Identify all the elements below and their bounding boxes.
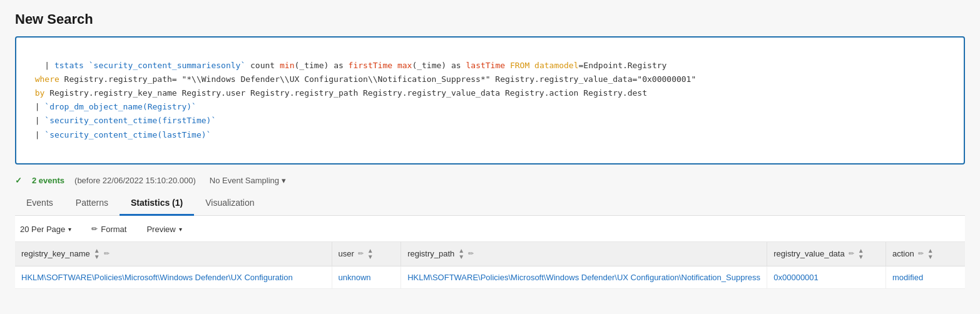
cmd-tstats: tstats bbox=[54, 61, 84, 70]
as-kw2: as bbox=[451, 61, 466, 70]
per-page-chevron: ▾ bbox=[68, 226, 71, 233]
datamodel-kw: datamodel bbox=[534, 61, 578, 70]
space1 bbox=[392, 61, 397, 70]
link-user[interactable]: unknown bbox=[339, 273, 371, 282]
per-page-label: 20 Per Page bbox=[20, 225, 65, 234]
page-title: New Search bbox=[15, 11, 965, 28]
col-header-registry-path: registry_path ▲▼ ✏ bbox=[401, 242, 767, 266]
func-max: max bbox=[397, 61, 412, 70]
count-kw: count bbox=[245, 61, 280, 70]
tab-patterns[interactable]: Patterns bbox=[64, 193, 120, 216]
datamodel-val: =Endpoint.Registry bbox=[579, 61, 667, 70]
sort-icon-registry-value-data[interactable]: ▲▼ bbox=[858, 248, 864, 260]
edit-icon-registry-path[interactable]: ✏ bbox=[468, 250, 474, 258]
tab-statistics[interactable]: Statistics (1) bbox=[120, 193, 194, 216]
by-kw: by bbox=[25, 88, 44, 98]
sampling-button[interactable]: No Event Sampling ▾ bbox=[206, 175, 290, 186]
func-min: min bbox=[280, 61, 294, 70]
format-label: Format bbox=[101, 225, 126, 234]
edit-icon-action[interactable]: ✏ bbox=[918, 250, 924, 258]
cell-registry-path: HKLM\SOFTWARE\Policies\Microsoft\Windows… bbox=[401, 266, 767, 288]
bt-ctime1: `security_content_ctime(firstTime)` bbox=[44, 116, 216, 125]
preview-chevron: ▾ bbox=[179, 226, 182, 233]
event-count: 2 events bbox=[32, 176, 64, 185]
time-range: (before 22/06/2022 15:10:20.000) bbox=[74, 176, 196, 185]
check-icon: ✓ bbox=[15, 176, 22, 185]
min-arg: (_time) bbox=[295, 61, 334, 70]
sort-icon-registry-key-name[interactable]: ▲▼ bbox=[94, 248, 100, 260]
pipe-4: | bbox=[25, 130, 44, 139]
edit-icon-user[interactable]: ✏ bbox=[358, 250, 364, 258]
cell-action: modified bbox=[886, 266, 965, 288]
per-page-button[interactable]: 20 Per Page ▾ bbox=[15, 222, 76, 236]
pipe-2: | bbox=[25, 102, 44, 111]
sort-icon-user[interactable]: ▲▼ bbox=[367, 248, 374, 260]
sort-icon-registry-path[interactable]: ▲▼ bbox=[458, 248, 464, 260]
toolbar: 20 Per Page ▾ ✏ Format Preview ▾ bbox=[15, 216, 965, 242]
by-fields: Registry.registry_key_name Registry.user… bbox=[44, 88, 647, 98]
link-registry-key-name[interactable]: HKLM\SOFTWARE\Policies\Microsoft\Windows… bbox=[21, 273, 293, 282]
page-container: New Search | tstats `security_content_su… bbox=[0, 0, 980, 314]
col-label-action: action bbox=[892, 249, 914, 258]
tab-visualization[interactable]: Visualization bbox=[194, 193, 265, 216]
pencil-icon: ✏ bbox=[91, 225, 98, 233]
tab-events[interactable]: Events bbox=[15, 193, 64, 216]
col-header-action: action ✏ ▲▼ bbox=[886, 242, 965, 266]
results-bar: ✓ 2 events (before 22/06/2022 15:10:20.0… bbox=[15, 171, 965, 193]
as-kw1: as bbox=[334, 61, 348, 70]
link-registry-path[interactable]: HKLM\SOFTWARE\Policies\Microsoft\Windows… bbox=[407, 273, 760, 282]
col-header-registry-value-data: registry_value_data ✏ ▲▼ bbox=[767, 242, 886, 266]
col-header-user: user ✏ ▲▼ bbox=[332, 242, 401, 266]
table-body: HKLM\SOFTWARE\Policies\Microsoft\Windows… bbox=[15, 266, 965, 288]
space2 bbox=[505, 61, 510, 70]
bt-ctime2: `security_content_ctime(lastTime)` bbox=[44, 130, 211, 139]
table-row: HKLM\SOFTWARE\Policies\Microsoft\Windows… bbox=[15, 266, 965, 288]
link-action[interactable]: modified bbox=[892, 273, 923, 282]
table-header-row: registry_key_name ▲▼ ✏ user ✏ ▲▼ bbox=[15, 242, 965, 266]
sampling-label: No Event Sampling bbox=[210, 176, 279, 185]
cell-registry-key-name: HKLM\SOFTWARE\Policies\Microsoft\Windows… bbox=[15, 266, 332, 288]
format-button[interactable]: ✏ Format bbox=[86, 222, 131, 236]
where-kw: where bbox=[25, 74, 59, 84]
edit-icon-registry-key-name[interactable]: ✏ bbox=[104, 250, 110, 258]
sampling-chevron: ▾ bbox=[282, 176, 286, 185]
bt-summaries: `security_content_summariesonly` bbox=[84, 61, 245, 70]
cell-registry-value-data: 0x00000001 bbox=[767, 266, 886, 288]
bt-drop: `drop_dm_object_name(Registry)` bbox=[44, 102, 197, 111]
col-header-registry-key-name: registry_key_name ▲▼ ✏ bbox=[15, 242, 332, 266]
link-registry-value-data[interactable]: 0x00000001 bbox=[773, 273, 819, 282]
search-box[interactable]: | tstats `security_content_summariesonly… bbox=[15, 36, 965, 165]
cell-user: unknown bbox=[332, 266, 401, 288]
results-table: registry_key_name ▲▼ ✏ user ✏ ▲▼ bbox=[15, 242, 965, 289]
firstTime-kw: firstTime bbox=[349, 61, 392, 70]
preview-label: Preview bbox=[146, 225, 175, 234]
col-label-registry-path: registry_path bbox=[407, 249, 454, 258]
tabs-bar: Events Patterns Statistics (1) Visualiza… bbox=[15, 193, 965, 216]
col-label-registry-key-name: registry_key_name bbox=[21, 249, 90, 258]
pipe-1: | bbox=[44, 61, 54, 70]
reg-path-field: Registry.registry_path= "*\\Windows Defe… bbox=[59, 74, 696, 84]
max-arg: (_time) bbox=[412, 61, 451, 70]
col-label-user: user bbox=[339, 249, 354, 258]
from-kw: FROM bbox=[510, 61, 534, 70]
sort-icon-action[interactable]: ▲▼ bbox=[927, 248, 934, 260]
lastTime-kw: lastTime bbox=[466, 61, 505, 70]
edit-icon-registry-value-data[interactable]: ✏ bbox=[849, 250, 854, 258]
results-table-wrap: registry_key_name ▲▼ ✏ user ✏ ▲▼ bbox=[15, 242, 965, 289]
col-label-registry-value-data: registry_value_data bbox=[773, 249, 844, 258]
preview-button[interactable]: Preview ▾ bbox=[141, 222, 186, 236]
pipe-3: | bbox=[25, 116, 44, 125]
